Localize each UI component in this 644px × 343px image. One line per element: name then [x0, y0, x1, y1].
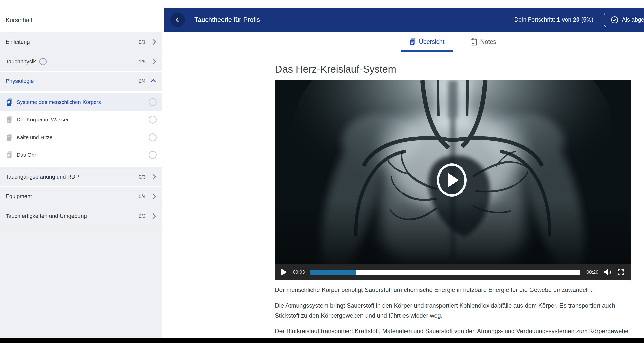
lesson-tabs: Übersicht Notes — [275, 32, 631, 52]
lesson-status-circle-icon — [149, 133, 157, 141]
sidebar-section-equipment[interactable]: Equipment 0/4 — [0, 187, 162, 206]
section-count: 1/5 — [139, 59, 146, 65]
lesson-label: Kälte und Hitze — [17, 134, 52, 140]
tab-label: Übersicht — [419, 38, 444, 45]
section-count: 0/4 — [139, 194, 146, 199]
section-label: Tauchfertigkeiten und Umgebung — [6, 213, 87, 219]
course-title: Tauchtheorie für Profis — [194, 16, 260, 24]
physiologie-lesson-list: Systeme des menschlichen Körpers Der Kör… — [0, 91, 162, 167]
course-sidebar: Kursinhalt Einleitung 0/1 Tauchphysik i … — [0, 0, 164, 343]
sidebar-section-tauchphysik[interactable]: Tauchphysik i 1/5 — [0, 52, 162, 72]
notes-notepad-icon — [470, 38, 477, 46]
lesson-tabs-bar: Übersicht Notes — [164, 32, 644, 52]
video-controls: 00:03 00:20 — [275, 264, 631, 280]
sidebar-section-physiologie[interactable]: Physiologie 0/4 — [0, 72, 162, 91]
section-count: 0/3 — [139, 174, 146, 180]
progress-current: 1 — [557, 16, 560, 23]
lesson-label: Das Ohr — [17, 152, 36, 158]
section-label: Einleitung — [6, 39, 30, 45]
sidebar-title: Kursinhalt — [6, 17, 32, 24]
section-label: Tauchgangsplanung und RDP — [6, 174, 79, 180]
play-overlay-button[interactable] — [437, 163, 467, 197]
lesson-item-kaelte-und-hitze[interactable]: Kälte und Hitze — [0, 128, 162, 146]
section-label: Equipment — [6, 193, 32, 200]
progress-percent: (5%) — [581, 16, 593, 23]
document-icon — [6, 116, 13, 123]
section-count: 0/4 — [139, 78, 146, 84]
volume-icon — [603, 269, 612, 276]
bottom-black-bar — [0, 338, 644, 343]
lesson-item-das-ohr[interactable]: Das Ohr — [0, 146, 162, 164]
section-count: 0/1 — [139, 39, 146, 45]
chevron-right-icon — [150, 213, 156, 219]
chevron-right-icon — [150, 39, 156, 45]
video-player[interactable]: 00:03 00:20 — [275, 80, 631, 280]
back-button[interactable] — [170, 13, 185, 27]
lesson-paragraph: Die Atmungssystem bringt Sauerstoff in d… — [275, 301, 631, 321]
section-label: Physiologie — [6, 78, 34, 84]
progress-of: von — [562, 16, 571, 23]
document-icon — [6, 98, 13, 106]
overview-pages-icon — [410, 38, 416, 46]
duration-time: 00:20 — [586, 269, 598, 275]
sidebar-section-einleitung[interactable]: Einleitung 0/1 — [0, 32, 162, 52]
lesson-paragraph: Der menschliche Körper benötigt Sauersto… — [275, 285, 631, 295]
mark-complete-label: Als abge — [622, 16, 644, 23]
section-count: 0/3 — [139, 213, 146, 219]
sidebar-filler — [0, 226, 162, 343]
play-icon — [448, 173, 459, 187]
lesson-item-systeme-des-menschlichen-koerpers[interactable]: Systeme des menschlichen Körpers — [0, 93, 162, 111]
document-icon — [6, 151, 13, 159]
lesson-heading: Das Herz-Kreislauf-System — [275, 64, 631, 75]
current-time: 00:03 — [293, 269, 305, 275]
progress-total: 20 — [573, 16, 580, 23]
video-progress-fill — [310, 270, 356, 275]
volume-button[interactable] — [603, 269, 612, 276]
lesson-label: Systeme des menschlichen Körpers — [17, 99, 101, 105]
chevron-right-icon — [150, 59, 156, 65]
mark-complete-button[interactable]: Als abge — [604, 13, 644, 27]
tab-label: Notes — [480, 38, 496, 45]
progress-indicator: Dein Fortschritt: 1 von 20 (5%) — [514, 16, 595, 23]
sidebar-section-tauchgangsplanung[interactable]: Tauchgangsplanung und RDP 0/3 — [0, 167, 162, 187]
sidebar-header: Kursinhalt — [0, 0, 164, 32]
progress-prefix: Dein Fortschritt: — [514, 16, 555, 23]
sidebar-section-list: Einleitung 0/1 Tauchphysik i 1/5 Physiol… — [0, 32, 164, 343]
play-button[interactable] — [281, 269, 287, 275]
fullscreen-icon — [617, 269, 624, 276]
lesson-label: Der Körper im Wasser — [17, 117, 69, 123]
info-icon[interactable]: i — [39, 58, 47, 65]
chevron-up-icon — [150, 79, 156, 85]
lesson-item-der-koerper-im-wasser[interactable]: Der Körper im Wasser — [0, 111, 162, 128]
check-circle-icon — [611, 16, 618, 24]
lesson-status-circle-icon — [149, 98, 157, 106]
chevron-right-icon — [150, 174, 156, 180]
tab-notes[interactable]: Notes — [462, 32, 505, 52]
tab-uebersicht[interactable]: Übersicht — [401, 32, 453, 52]
chevron-right-icon — [150, 194, 156, 199]
seek-bar[interactable] — [310, 270, 580, 275]
lesson-status-circle-icon — [149, 151, 157, 159]
sidebar-section-tauchfertigkeiten[interactable]: Tauchfertigkeiten und Umgebung 0/3 — [0, 206, 162, 226]
chevron-left-icon — [174, 16, 181, 23]
section-label: Tauchphysik — [6, 58, 36, 65]
document-icon — [6, 134, 13, 141]
fullscreen-button[interactable] — [617, 269, 624, 276]
course-player-page: Kursinhalt Einleitung 0/1 Tauchphysik i … — [0, 0, 644, 343]
course-topbar: Tauchtheorie für Profis Dein Fortschritt… — [164, 8, 644, 32]
lesson-status-circle-icon — [149, 116, 157, 124]
lesson-content: Das Herz-Kreislauf-System — [275, 52, 631, 343]
